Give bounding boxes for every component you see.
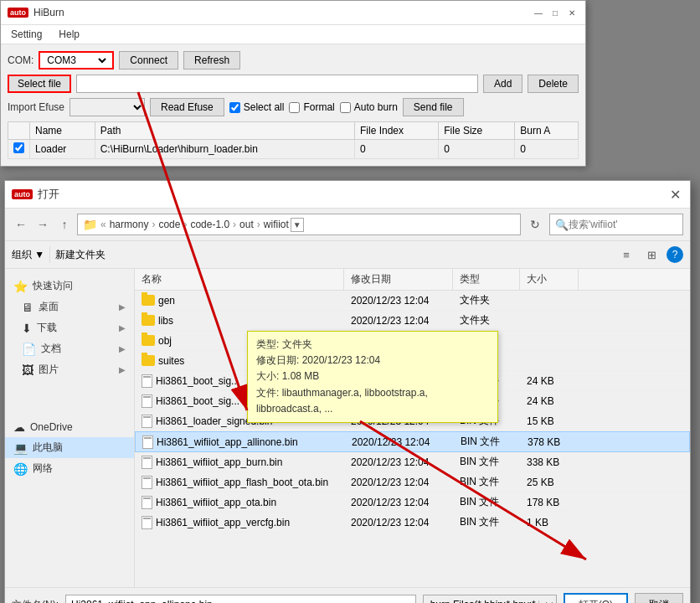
select-all-checkbox[interactable] — [229, 102, 240, 113]
sidebar-network[interactable]: 🌐 网络 — [5, 458, 134, 479]
downloads-arrow: ▶ — [119, 323, 126, 332]
sidebar-onedrive[interactable]: ☁ OneDrive — [5, 417, 134, 437]
auto-burn-checkbox[interactable] — [340, 102, 351, 113]
file-date-cell: 2020/12/23 12:04 — [344, 312, 453, 329]
file-size-cell: 24 KB — [520, 373, 579, 389]
view-toggle-list[interactable]: ≡ — [616, 245, 636, 265]
org-button[interactable]: 组织 ▼ — [12, 248, 44, 262]
nav-up-button[interactable]: ↑ — [55, 215, 74, 234]
view-toggle-grid[interactable]: ⊞ — [641, 245, 661, 265]
address-bar: ← → ↑ 📁 « harmony › code › code-1.0 › ou… — [5, 209, 690, 241]
col-header-size[interactable]: 大小 — [520, 269, 579, 290]
nav-forward-button[interactable]: → — [33, 215, 52, 234]
thispc-icon: 💻 — [13, 441, 28, 455]
dialog-main: ⭐ 快速访问 🖥 桌面 ▶ ⬇ 下载 ▶ 📄 文档 ▶ — [5, 269, 690, 587]
file-row[interactable]: Hi3861_wifiiot_app_allinone.bin 2020/12/… — [135, 431, 690, 452]
sidebar-quick-access-header[interactable]: ⭐ 快速访问 — [5, 276, 134, 296]
file-size-cell: 178 KB — [520, 494, 579, 511]
file-row[interactable]: Hi3861_wifiiot_app_vercfg.bin 2020/12/23… — [135, 513, 690, 533]
file-name: obj — [158, 335, 172, 347]
com-dropdown[interactable]: COM3 — [44, 54, 109, 67]
add-button[interactable]: Add — [483, 75, 522, 93]
th-name: Name — [30, 122, 95, 140]
file-row[interactable]: libs 2020/12/23 12:04 文件夹 — [135, 311, 690, 331]
sidebar-downloads[interactable]: ⬇ 下载 ▶ — [5, 317, 134, 338]
hiburn-window: auto HiBurn — □ ✕ Setting Help COM: COM3… — [0, 0, 586, 167]
hiburn-title-area: auto HiBurn — [8, 7, 64, 18]
open-button[interactable]: 打开(O) — [564, 593, 628, 603]
refresh-address-button[interactable]: ↻ — [524, 214, 546, 235]
col-header-date[interactable]: 修改日期 — [344, 269, 453, 290]
com-select-wrapper[interactable]: COM3 — [39, 51, 114, 70]
row-checkbox[interactable] — [13, 142, 24, 153]
read-efuse-button[interactable]: Read Efuse — [150, 98, 224, 116]
col-header-name[interactable]: 名称 — [135, 269, 344, 290]
th-path: Path — [95, 122, 354, 140]
auto-burn-checkbox-label[interactable]: Auto burn — [340, 101, 398, 113]
select-file-button[interactable]: Select file — [8, 75, 71, 93]
tooltip-files: 文件: libauthmanager.a, libbootstrap.a, li… — [256, 385, 489, 417]
breadcrumb-code10[interactable]: code-1.0 — [190, 219, 229, 230]
import-row: Import Efuse Read Efuse Select all Forma… — [8, 98, 579, 116]
tooltip-box: 类型: 文件夹 修改日期: 2020/12/23 12:04 大小: 1.08 … — [247, 331, 498, 423]
table-row[interactable]: Loader C:\HiBurn\Loader\hiburn_loader.bi… — [8, 140, 579, 159]
dialog-close-button[interactable]: ✕ — [667, 186, 683, 203]
menu-help[interactable]: Help — [55, 27, 83, 42]
select-all-checkbox-label[interactable]: Select all — [229, 101, 285, 113]
file-row[interactable]: Hi3861_wifiiot_app_burn.bin 2020/12/23 1… — [135, 452, 690, 472]
file-size-cell — [520, 338, 579, 343]
file-name: Hi3861_wifiiot_app_vercfg.bin — [156, 517, 290, 528]
maximize-button[interactable]: □ — [548, 6, 562, 19]
tooltip-date: 修改日期: 2020/12/23 12:04 — [256, 353, 489, 368]
file-date-cell: 2020/12/23 12:04 — [344, 292, 453, 309]
view-help[interactable]: ? — [667, 246, 683, 263]
new-folder-button[interactable]: 新建文件夹 — [55, 248, 106, 262]
delete-button[interactable]: Delete — [528, 75, 579, 93]
file-name-cell: Hi3861_wifiiot_app_ota.bin — [135, 493, 344, 512]
refresh-button[interactable]: Refresh — [183, 51, 240, 70]
sidebar-pictures[interactable]: 🖼 图片 ▶ — [5, 359, 134, 380]
file-date-cell: 2020/12/23 12:04 — [344, 454, 453, 471]
sidebar-docs[interactable]: 📄 文档 ▶ — [5, 338, 134, 359]
file-date-cell: 2020/12/23 12:04 — [344, 494, 453, 511]
network-icon: 🌐 — [13, 462, 28, 476]
formal-checkbox-label[interactable]: Formal — [289, 101, 334, 113]
file-size-cell — [520, 318, 579, 323]
hiburn-titlebar: auto HiBurn — □ ✕ — [1, 1, 585, 25]
file-type-cell: 文件夹 — [453, 291, 520, 310]
send-file-button[interactable]: Send file — [403, 98, 464, 116]
connect-button[interactable]: Connect — [119, 51, 178, 70]
minimize-button[interactable]: — — [532, 6, 545, 19]
nav-back-button[interactable]: ← — [12, 215, 30, 234]
import-efuse-select[interactable] — [69, 98, 145, 116]
file-date-cell: 2020/12/23 12:04 — [345, 434, 454, 451]
breadcrumb-item-0[interactable]: 📁 — [83, 218, 97, 231]
sidebar-desktop[interactable]: 🖥 桌面 ▶ — [5, 296, 134, 317]
filename-input[interactable] — [65, 595, 416, 603]
menu-setting[interactable]: Setting — [8, 27, 45, 42]
hiburn-content: COM: COM3 Connect Refresh Select file Ad… — [1, 44, 585, 166]
col-header-type[interactable]: 类型 — [453, 269, 520, 290]
file-row[interactable]: gen 2020/12/23 12:04 文件夹 — [135, 291, 690, 311]
file-type-cell: BIN 文件 — [453, 492, 520, 512]
breadcrumb-dropdown[interactable]: ▼ — [291, 218, 304, 232]
cancel-button[interactable]: 取消 — [635, 593, 683, 603]
formal-checkbox[interactable] — [289, 102, 300, 113]
file-row[interactable]: Hi3861_wifiiot_app_ota.bin 2020/12/23 12… — [135, 492, 690, 513]
breadcrumb-out[interactable]: out — [239, 219, 254, 230]
breadcrumb-wifiiot[interactable]: wifiiot — [264, 219, 289, 230]
filetype-select[interactable]: burn Files(*.hbin;*.hnv;*.bin;*. — [423, 595, 557, 603]
sidebar-thispc[interactable]: 💻 此电脑 — [5, 437, 134, 458]
close-button[interactable]: ✕ — [565, 6, 579, 19]
row-name: Loader — [30, 140, 95, 159]
breadcrumb-harmony[interactable]: harmony — [110, 219, 149, 230]
row-burn-a: 0 — [515, 140, 579, 159]
file-type-cell: 文件夹 — [453, 311, 520, 330]
com-row: COM: COM3 Connect Refresh — [8, 51, 579, 70]
file-row[interactable]: Hi3861_wifiiot_app_flash_boot_ota.bin 20… — [135, 472, 690, 492]
breadcrumb-code[interactable]: code — [158, 219, 180, 230]
star-icon: ⭐ — [13, 280, 28, 293]
file-path-input[interactable] — [76, 75, 478, 93]
search-input[interactable] — [569, 219, 677, 230]
file-name: Hi3861_wifiiot_app_allinone.bin — [157, 436, 298, 448]
